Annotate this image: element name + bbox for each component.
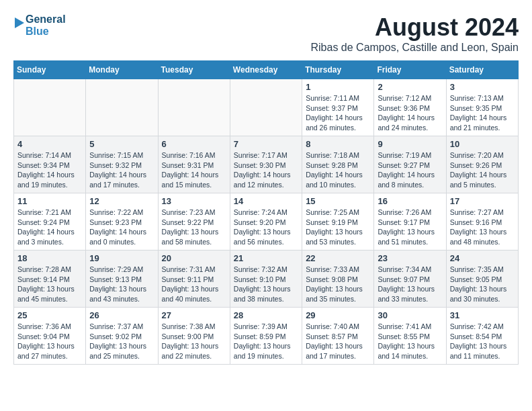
day-cell: 10Sunrise: 7:20 AM Sunset: 9:26 PM Dayli… bbox=[446, 136, 518, 193]
week-row-3: 11Sunrise: 7:21 AM Sunset: 9:24 PM Dayli… bbox=[14, 193, 519, 250]
day-number: 17 bbox=[450, 196, 515, 206]
weekday-header-thursday: Thursday bbox=[302, 61, 374, 79]
day-number: 21 bbox=[234, 253, 298, 263]
day-info: Sunrise: 7:37 AM Sunset: 9:02 PM Dayligh… bbox=[89, 322, 154, 361]
title-area: August 2024 Ribas de Campos, Castille an… bbox=[310, 13, 519, 54]
day-cell: 13Sunrise: 7:23 AM Sunset: 9:22 PM Dayli… bbox=[158, 193, 230, 250]
day-number: 8 bbox=[306, 139, 370, 149]
day-info: Sunrise: 7:17 AM Sunset: 9:30 PM Dayligh… bbox=[234, 150, 298, 190]
day-info: Sunrise: 7:12 AM Sunset: 9:36 PM Dayligh… bbox=[378, 93, 442, 133]
calendar-body: 1Sunrise: 7:11 AM Sunset: 9:37 PM Daylig… bbox=[14, 79, 519, 365]
day-cell: 6Sunrise: 7:16 AM Sunset: 9:31 PM Daylig… bbox=[158, 136, 230, 193]
calendar-header: SundayMondayTuesdayWednesdayThursdayFrid… bbox=[14, 61, 519, 79]
week-row-4: 18Sunrise: 7:28 AM Sunset: 9:14 PM Dayli… bbox=[14, 250, 519, 308]
day-info: Sunrise: 7:31 AM Sunset: 9:11 PM Dayligh… bbox=[162, 265, 226, 304]
day-cell: 28Sunrise: 7:39 AM Sunset: 8:59 PM Dayli… bbox=[230, 308, 302, 365]
day-number: 14 bbox=[234, 196, 298, 206]
day-cell: 11Sunrise: 7:21 AM Sunset: 9:24 PM Dayli… bbox=[14, 193, 86, 250]
day-number: 16 bbox=[378, 196, 442, 206]
day-cell: 20Sunrise: 7:31 AM Sunset: 9:11 PM Dayli… bbox=[158, 250, 230, 308]
day-cell: 9Sunrise: 7:19 AM Sunset: 9:27 PM Daylig… bbox=[374, 136, 446, 193]
day-cell: 8Sunrise: 7:18 AM Sunset: 9:28 PM Daylig… bbox=[302, 136, 374, 193]
day-number: 3 bbox=[450, 82, 515, 92]
day-info: Sunrise: 7:42 AM Sunset: 8:54 PM Dayligh… bbox=[450, 322, 515, 361]
day-number: 19 bbox=[89, 253, 154, 263]
day-number: 30 bbox=[378, 310, 442, 320]
week-row-1: 1Sunrise: 7:11 AM Sunset: 9:37 PM Daylig… bbox=[14, 79, 519, 136]
day-cell: 22Sunrise: 7:33 AM Sunset: 9:08 PM Dayli… bbox=[302, 250, 374, 308]
page-subtitle: Ribas de Campos, Castille and Leon, Spai… bbox=[310, 42, 519, 54]
day-info: Sunrise: 7:34 AM Sunset: 9:07 PM Dayligh… bbox=[378, 265, 442, 304]
day-number: 28 bbox=[234, 310, 298, 320]
weekday-header-tuesday: Tuesday bbox=[158, 61, 230, 79]
day-info: Sunrise: 7:19 AM Sunset: 9:27 PM Dayligh… bbox=[378, 150, 442, 190]
day-cell: 19Sunrise: 7:29 AM Sunset: 9:13 PM Dayli… bbox=[86, 250, 158, 308]
day-number: 20 bbox=[162, 253, 226, 263]
day-cell: 5Sunrise: 7:15 AM Sunset: 9:32 PM Daylig… bbox=[86, 136, 158, 193]
day-number: 31 bbox=[450, 310, 515, 320]
logo: General Blue bbox=[13, 13, 66, 37]
day-cell: 29Sunrise: 7:40 AM Sunset: 8:57 PM Dayli… bbox=[302, 308, 374, 365]
day-info: Sunrise: 7:25 AM Sunset: 9:19 PM Dayligh… bbox=[306, 208, 370, 247]
day-number: 1 bbox=[306, 82, 370, 92]
day-cell: 14Sunrise: 7:24 AM Sunset: 9:20 PM Dayli… bbox=[230, 193, 302, 250]
day-cell bbox=[158, 79, 230, 136]
day-number: 9 bbox=[378, 139, 442, 149]
logo-flag-icon bbox=[13, 16, 26, 35]
day-number: 10 bbox=[450, 139, 515, 149]
day-info: Sunrise: 7:28 AM Sunset: 9:14 PM Dayligh… bbox=[17, 265, 82, 304]
weekday-header-saturday: Saturday bbox=[446, 61, 518, 79]
day-number: 27 bbox=[162, 310, 226, 320]
day-info: Sunrise: 7:41 AM Sunset: 8:55 PM Dayligh… bbox=[378, 322, 442, 361]
day-info: Sunrise: 7:38 AM Sunset: 9:00 PM Dayligh… bbox=[162, 322, 226, 361]
day-info: Sunrise: 7:20 AM Sunset: 9:26 PM Dayligh… bbox=[450, 150, 515, 190]
day-cell: 21Sunrise: 7:32 AM Sunset: 9:10 PM Dayli… bbox=[230, 250, 302, 308]
day-cell: 26Sunrise: 7:37 AM Sunset: 9:02 PM Dayli… bbox=[86, 308, 158, 365]
day-cell: 27Sunrise: 7:38 AM Sunset: 9:00 PM Dayli… bbox=[158, 308, 230, 365]
day-info: Sunrise: 7:18 AM Sunset: 9:28 PM Dayligh… bbox=[306, 150, 370, 190]
day-number: 11 bbox=[17, 196, 82, 206]
day-cell bbox=[230, 79, 302, 136]
day-info: Sunrise: 7:32 AM Sunset: 9:10 PM Dayligh… bbox=[234, 265, 298, 304]
logo-box: General Blue bbox=[13, 13, 66, 37]
day-cell: 25Sunrise: 7:36 AM Sunset: 9:04 PM Dayli… bbox=[14, 308, 86, 365]
page-header: General Blue August 2024 Ribas de Campos… bbox=[13, 13, 519, 54]
page-title: August 2024 bbox=[310, 13, 519, 42]
day-info: Sunrise: 7:11 AM Sunset: 9:37 PM Dayligh… bbox=[306, 93, 370, 133]
day-number: 25 bbox=[17, 310, 82, 320]
day-cell: 18Sunrise: 7:28 AM Sunset: 9:14 PM Dayli… bbox=[14, 250, 86, 308]
day-cell bbox=[14, 79, 86, 136]
day-number: 15 bbox=[306, 196, 370, 206]
day-number: 13 bbox=[162, 196, 226, 206]
day-cell: 15Sunrise: 7:25 AM Sunset: 9:19 PM Dayli… bbox=[302, 193, 374, 250]
day-cell: 2Sunrise: 7:12 AM Sunset: 9:36 PM Daylig… bbox=[374, 79, 446, 136]
day-info: Sunrise: 7:27 AM Sunset: 9:16 PM Dayligh… bbox=[450, 208, 515, 247]
day-number: 26 bbox=[89, 310, 154, 320]
day-number: 5 bbox=[89, 139, 154, 149]
weekday-header-sunday: Sunday bbox=[14, 61, 86, 79]
logo-line2: Blue bbox=[26, 26, 66, 38]
day-cell: 1Sunrise: 7:11 AM Sunset: 9:37 PM Daylig… bbox=[302, 79, 374, 136]
day-cell: 7Sunrise: 7:17 AM Sunset: 9:30 PM Daylig… bbox=[230, 136, 302, 193]
svg-marker-1 bbox=[15, 17, 24, 28]
day-info: Sunrise: 7:13 AM Sunset: 9:35 PM Dayligh… bbox=[450, 93, 515, 133]
day-cell: 24Sunrise: 7:35 AM Sunset: 9:05 PM Dayli… bbox=[446, 250, 518, 308]
day-info: Sunrise: 7:35 AM Sunset: 9:05 PM Dayligh… bbox=[450, 265, 515, 304]
weekday-header-monday: Monday bbox=[86, 61, 158, 79]
day-info: Sunrise: 7:39 AM Sunset: 8:59 PM Dayligh… bbox=[234, 322, 298, 361]
day-number: 18 bbox=[17, 253, 82, 263]
day-number: 2 bbox=[378, 82, 442, 92]
day-info: Sunrise: 7:26 AM Sunset: 9:17 PM Dayligh… bbox=[378, 208, 442, 247]
day-cell bbox=[86, 79, 158, 136]
day-cell: 16Sunrise: 7:26 AM Sunset: 9:17 PM Dayli… bbox=[374, 193, 446, 250]
day-cell: 3Sunrise: 7:13 AM Sunset: 9:35 PM Daylig… bbox=[446, 79, 518, 136]
day-number: 29 bbox=[306, 310, 370, 320]
day-info: Sunrise: 7:22 AM Sunset: 9:23 PM Dayligh… bbox=[89, 208, 154, 247]
day-cell: 17Sunrise: 7:27 AM Sunset: 9:16 PM Dayli… bbox=[446, 193, 518, 250]
week-row-5: 25Sunrise: 7:36 AM Sunset: 9:04 PM Dayli… bbox=[14, 308, 519, 365]
day-cell: 23Sunrise: 7:34 AM Sunset: 9:07 PM Dayli… bbox=[374, 250, 446, 308]
day-number: 12 bbox=[89, 196, 154, 206]
day-info: Sunrise: 7:15 AM Sunset: 9:32 PM Dayligh… bbox=[89, 150, 154, 190]
day-cell: 12Sunrise: 7:22 AM Sunset: 9:23 PM Dayli… bbox=[86, 193, 158, 250]
day-cell: 4Sunrise: 7:14 AM Sunset: 9:34 PM Daylig… bbox=[14, 136, 86, 193]
